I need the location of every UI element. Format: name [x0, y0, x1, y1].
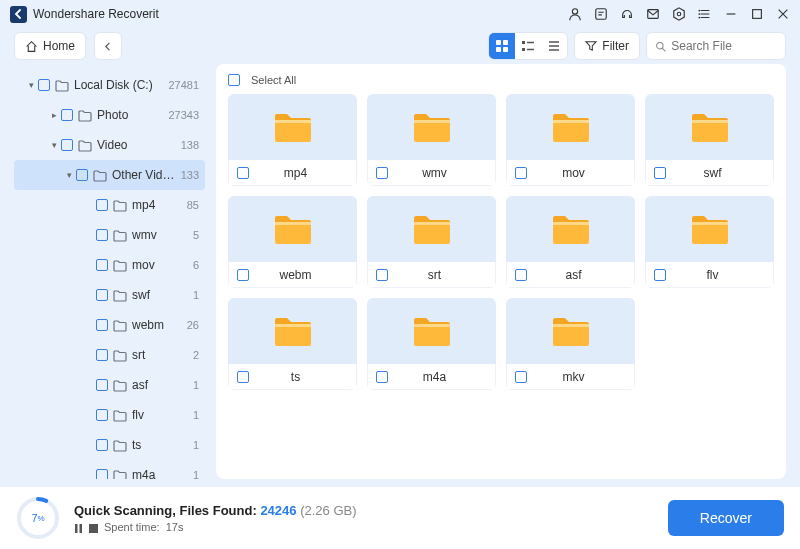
folder-name: webm: [243, 268, 348, 282]
home-button[interactable]: Home: [14, 32, 86, 60]
folder-card-footer: mkv: [506, 364, 635, 390]
user-icon[interactable]: [568, 7, 582, 21]
files-found-count: 24246: [260, 503, 296, 518]
list-view-button[interactable]: [541, 33, 567, 59]
tree-count: 27343: [168, 109, 199, 121]
tree-item-photo[interactable]: ▸Photo27343: [14, 100, 205, 130]
folder-icon: [113, 259, 127, 272]
app-title: Wondershare Recoverit: [33, 7, 159, 21]
tree-checkbox[interactable]: [76, 169, 88, 181]
tree-toggle[interactable]: ▸: [49, 110, 59, 120]
spent-time-label: Spent time:: [104, 521, 160, 533]
tree-count: 6: [193, 259, 199, 271]
folder-card-footer: wmv: [367, 160, 496, 186]
tree-count: 2: [193, 349, 199, 361]
tree-count: 133: [181, 169, 199, 181]
back-button[interactable]: [94, 32, 122, 60]
search-icon: [655, 40, 666, 53]
folder-thumbnail: [506, 196, 635, 262]
scan-status: Quick Scanning, Files Found:: [74, 503, 257, 518]
tree-item-srt[interactable]: srt2: [14, 340, 205, 370]
folder-card-mp4[interactable]: mp4: [228, 94, 357, 186]
tree-checkbox[interactable]: [96, 469, 108, 479]
detail-view-button[interactable]: [515, 33, 541, 59]
tree-checkbox[interactable]: [38, 79, 50, 91]
folder-icon: [113, 199, 127, 212]
tree-item-mov[interactable]: mov6: [14, 250, 205, 280]
tree-item-asf[interactable]: asf1: [14, 370, 205, 400]
folder-card-swf[interactable]: swf: [645, 94, 774, 186]
search-box[interactable]: [646, 32, 786, 60]
folder-card-mov[interactable]: mov: [506, 94, 635, 186]
sidebar[interactable]: ▾Local Disk (C:)27481▸Photo27343▾Video13…: [14, 64, 208, 479]
folder-name: m4a: [382, 370, 487, 384]
folder-card-wmv[interactable]: wmv: [367, 94, 496, 186]
tree-item-ts[interactable]: ts1: [14, 430, 205, 460]
tree-count: 1: [193, 409, 199, 421]
folder-thumbnail: [645, 94, 774, 160]
folder-card-asf[interactable]: asf: [506, 196, 635, 288]
mail-icon[interactable]: [646, 7, 660, 21]
close-icon[interactable]: [776, 7, 790, 21]
select-all-checkbox[interactable]: [228, 74, 240, 86]
tree-item-video[interactable]: ▾Video138: [14, 130, 205, 160]
tree-checkbox[interactable]: [61, 139, 73, 151]
tree-item-m4a[interactable]: m4a1: [14, 460, 205, 479]
tree-item-webm[interactable]: webm26: [14, 310, 205, 340]
tree-checkbox[interactable]: [96, 229, 108, 241]
titlebar-icons: [568, 7, 790, 21]
recover-button[interactable]: Recover: [668, 500, 784, 536]
stop-icon[interactable]: [89, 523, 98, 532]
folder-card-mkv[interactable]: mkv: [506, 298, 635, 390]
folder-card-m4a[interactable]: m4a: [367, 298, 496, 390]
folder-thumbnail: [228, 94, 357, 160]
tree-checkbox[interactable]: [96, 409, 108, 421]
folder-card-srt[interactable]: srt: [367, 196, 496, 288]
spent-time-value: 17s: [166, 521, 184, 533]
grid-view-button[interactable]: [489, 33, 515, 59]
minimize-icon[interactable]: [724, 7, 738, 21]
tree-checkbox[interactable]: [96, 259, 108, 271]
settings-icon[interactable]: [672, 7, 686, 21]
svg-rect-28: [75, 524, 78, 533]
tree-item-local-disk-c-[interactable]: ▾Local Disk (C:)27481: [14, 70, 205, 100]
tree-label: swf: [132, 288, 187, 302]
tree-checkbox[interactable]: [96, 199, 108, 211]
folder-card-ts[interactable]: ts: [228, 298, 357, 390]
tree-toggle[interactable]: ▾: [49, 140, 59, 150]
search-input[interactable]: [671, 39, 777, 53]
select-all-row[interactable]: Select All: [228, 74, 774, 86]
folder-icon: [113, 349, 127, 362]
tree-checkbox[interactable]: [61, 109, 73, 121]
tree-item-flv[interactable]: flv1: [14, 400, 205, 430]
menu-icon[interactable]: [698, 7, 712, 21]
svg-rect-24: [414, 324, 450, 327]
headset-icon[interactable]: [620, 7, 634, 21]
folder-icon: [78, 109, 92, 122]
pause-icon[interactable]: [74, 523, 83, 532]
filter-button[interactable]: Filter: [574, 32, 640, 60]
feedback-icon[interactable]: [594, 7, 608, 21]
tree-item-swf[interactable]: swf1: [14, 280, 205, 310]
tree-checkbox[interactable]: [96, 439, 108, 451]
maximize-icon[interactable]: [750, 7, 764, 21]
svg-point-5: [698, 13, 700, 15]
tree-item-wmv[interactable]: wmv5: [14, 220, 205, 250]
tree-item-other-videos[interactable]: ▾Other Videos133: [14, 160, 205, 190]
tree-item-mp4[interactable]: mp485: [14, 190, 205, 220]
tree-checkbox[interactable]: [96, 379, 108, 391]
svg-point-4: [698, 10, 700, 12]
folder-icon: [113, 469, 127, 480]
folder-thumbnail: [228, 298, 357, 364]
folder-name: mp4: [243, 166, 348, 180]
tree-checkbox[interactable]: [96, 289, 108, 301]
tree-toggle[interactable]: ▾: [64, 170, 74, 180]
folder-card-webm[interactable]: webm: [228, 196, 357, 288]
tree-toggle[interactable]: ▾: [26, 80, 36, 90]
files-found-size: (2.26 GB): [300, 503, 356, 518]
tree-checkbox[interactable]: [96, 349, 108, 361]
folder-card-flv[interactable]: flv: [645, 196, 774, 288]
tree-checkbox[interactable]: [96, 319, 108, 331]
svg-rect-25: [553, 324, 589, 327]
tree-label: ts: [132, 438, 187, 452]
